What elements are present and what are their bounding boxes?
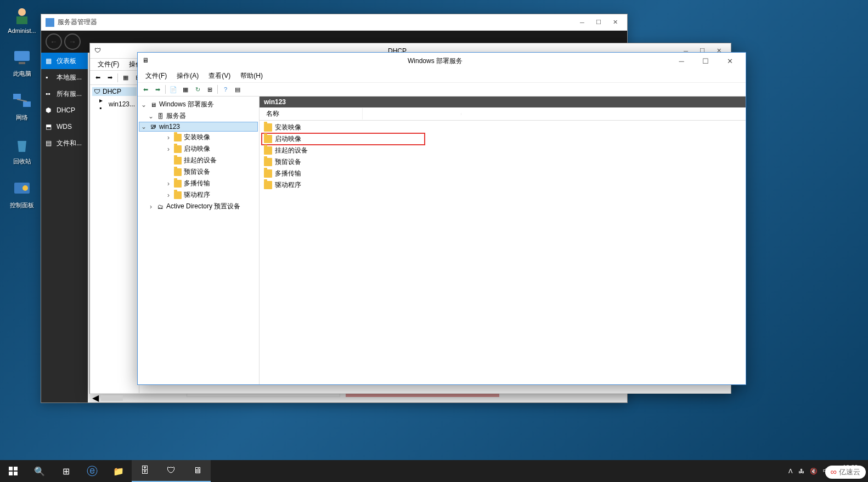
close-button[interactable]: ✕ — [718, 54, 741, 68]
column-name[interactable]: 名称 — [264, 108, 363, 120]
list-item-reserved-devices[interactable]: 预留设备 — [262, 156, 743, 168]
tree-servers[interactable]: ⌄🗄服务器 — [139, 110, 258, 122]
taskbar-server-manager[interactable]: 🗄 — [132, 460, 158, 482]
tree-root-dhcp[interactable]: 🛡 DHCP — [92, 87, 137, 96]
back-icon[interactable]: ⬅ — [140, 84, 151, 95]
expand-icon[interactable]: › — [165, 191, 172, 199]
start-button[interactable] — [0, 460, 26, 482]
back-icon[interactable]: ⬅ — [92, 72, 103, 83]
tree-boot-images[interactable]: ›启动映像 — [139, 143, 258, 155]
toolbar-btn[interactable]: ▤ — [232, 84, 243, 95]
task-view-button[interactable]: ⊞ — [53, 460, 79, 482]
user-icon — [12, 5, 32, 25]
list-item-drivers[interactable]: 驱动程序 — [262, 179, 743, 191]
toolbar-btn[interactable]: ▦ — [180, 84, 191, 95]
toolbar-btn[interactable]: ⊞ — [204, 84, 215, 95]
folder-icon — [264, 169, 272, 178]
folder-icon — [264, 135, 272, 143]
minimize-button[interactable]: ─ — [670, 54, 693, 68]
wds-titlebar[interactable]: 🖥 Windows 部署服务 ─ ☐ ✕ — [138, 53, 746, 69]
tree-reserved-devices[interactable]: 预留设备 — [139, 166, 258, 178]
svg-rect-3 — [19, 62, 25, 64]
tree-root-wds[interactable]: ⌄🖥Windows 部署服务 — [139, 99, 258, 110]
tree-drivers[interactable]: ›驱动程序 — [139, 189, 258, 201]
sidebar-item-dashboard[interactable]: ▦仪表板 — [41, 53, 88, 69]
tray-volume-icon[interactable]: 🔇 — [810, 468, 818, 475]
icon-label: 回收站 — [13, 157, 31, 166]
minimize-button[interactable]: ─ — [574, 17, 590, 28]
maximize-button[interactable]: ☐ — [591, 17, 606, 28]
taskbar-wds[interactable]: 🖥 — [184, 460, 211, 482]
tray-network-icon[interactable]: 🖧 — [798, 468, 804, 474]
tree-install-images[interactable]: ›安装映像 — [139, 132, 258, 143]
svg-rect-5 — [23, 101, 31, 107]
scroll-thumb[interactable] — [101, 395, 123, 401]
sidebar-item-dhcp[interactable]: ⬢DHCP — [41, 102, 88, 118]
sidebar-item-all[interactable]: ▪▪所有服... — [41, 86, 88, 102]
collapse-icon[interactable]: ⌄ — [140, 123, 147, 131]
menu-file[interactable]: 文件(F) — [93, 59, 123, 70]
toolbar-btn[interactable]: 📄 — [168, 84, 179, 95]
watermark-icon: ∞ — [831, 467, 837, 477]
forward-icon[interactable]: ➡ — [104, 72, 115, 83]
desktop-icon-control-panel[interactable]: 控制面板 — [5, 179, 38, 209]
folder-icon — [264, 146, 272, 155]
forward-button[interactable]: → — [64, 33, 81, 50]
column-blank[interactable] — [363, 113, 461, 115]
window-title: Windows 部署服务 — [408, 56, 670, 66]
watermark: ∞ 亿速云 — [825, 466, 866, 479]
menu-file[interactable]: 文件(F) — [141, 70, 171, 82]
forward-icon[interactable]: ➡ — [152, 84, 163, 95]
svg-rect-12 — [14, 472, 18, 475]
list-item-multicast[interactable]: 多播传输 — [262, 168, 743, 179]
menu-view[interactable]: 查看(V) — [204, 70, 235, 82]
toolbar-btn[interactable]: ▦ — [120, 72, 131, 83]
tree-server-win123[interactable]: ⌄🖳win123 — [139, 122, 258, 132]
desktop-icon-recycle[interactable]: 回收站 — [5, 135, 38, 166]
menu-help[interactable]: 帮助(H) — [236, 70, 267, 82]
desktop-icon-administrator[interactable]: Administ... — [5, 5, 38, 34]
collapse-icon[interactable]: ⌄ — [148, 112, 154, 120]
desktop-icon-network[interactable]: 网络 — [5, 92, 38, 122]
folder-icon — [174, 157, 182, 165]
collapse-icon[interactable]: ⌄ — [140, 101, 147, 109]
expand-icon[interactable]: › — [148, 203, 154, 211]
wds-toolbar: ⬅ ➡ 📄 ▦ ↻ ⊞ ? ▤ — [138, 82, 746, 97]
expand-icon[interactable]: › — [165, 134, 172, 141]
sidebar-item-files[interactable]: ▤文件和... — [41, 135, 88, 151]
tree-ad-prestage[interactable]: ›🗂Active Directory 预置设备 — [139, 201, 258, 212]
sidebar-item-local[interactable]: ▪本地服... — [41, 69, 88, 86]
wds-list: 安装映像 启动映像 挂起的设备 预留设备 多播传输 驱动程序 — [260, 121, 746, 192]
tree-pending-devices[interactable]: 挂起的设备 — [139, 155, 258, 166]
list-item-pending-devices[interactable]: 挂起的设备 — [262, 145, 743, 156]
list-item-boot-images[interactable]: 启动映像 — [262, 133, 425, 145]
desktop-icon-computer[interactable]: 此电脑 — [5, 48, 38, 78]
content-header: win123 — [260, 97, 746, 107]
refresh-icon[interactable]: ↻ — [192, 84, 203, 95]
menu-action[interactable]: 操作(A) — [172, 70, 203, 82]
recycle-icon — [12, 135, 32, 155]
maximize-button[interactable]: ☐ — [694, 54, 717, 68]
back-button[interactable]: ← — [46, 33, 62, 50]
help-icon[interactable]: ? — [220, 84, 231, 95]
taskbar-dhcp[interactable]: 🛡 — [158, 460, 184, 482]
svg-rect-1 — [16, 16, 27, 24]
taskbar: 🔍 ⊞ ⓔ 📁 🗄 🛡 🖥 ᐱ 🖧 🔇 中 18:33 2019/... — [0, 460, 868, 482]
taskbar-ie[interactable]: ⓔ — [79, 460, 105, 482]
search-button[interactable]: 🔍 — [26, 460, 53, 482]
list-item-install-images[interactable]: 安装映像 — [262, 122, 743, 133]
sidebar-item-wds[interactable]: ⬒WDS — [41, 118, 88, 135]
svg-line-6 — [17, 99, 27, 101]
tree-child-server[interactable]: ▸ ▪ win123... — [98, 96, 137, 112]
expand-icon[interactable]: › — [165, 145, 172, 153]
watermark-text: 亿速云 — [839, 467, 860, 477]
tray-chevron-icon[interactable]: ᐱ — [788, 468, 793, 475]
server-manager-titlebar[interactable]: 服务器管理器 ─ ☐ ✕ — [41, 14, 627, 31]
column-headers: 名称 — [260, 107, 746, 121]
expand-icon[interactable]: › — [165, 180, 172, 188]
close-button[interactable]: ✕ — [607, 17, 623, 28]
window-controls: ─ ☐ ✕ — [670, 54, 741, 68]
taskbar-explorer[interactable]: 📁 — [105, 460, 132, 482]
tree-multicast[interactable]: ›多播传输 — [139, 178, 258, 189]
scrollbar[interactable]: ◀ — [90, 393, 731, 402]
